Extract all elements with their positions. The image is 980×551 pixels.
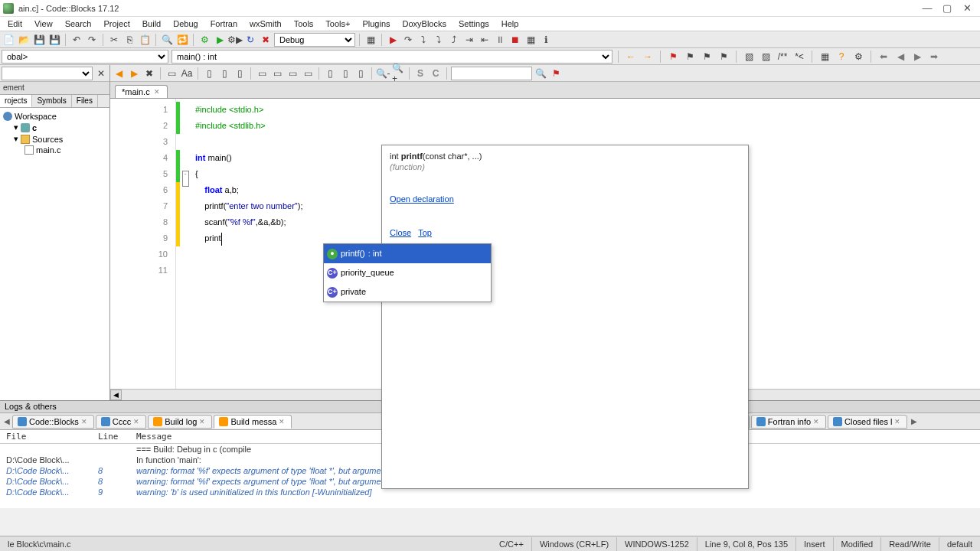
close-button[interactable]: ✕ <box>957 2 977 15</box>
find-icon[interactable]: 🔍 <box>160 33 174 47</box>
left-combo[interactable] <box>2 67 93 80</box>
next-line-icon[interactable]: ⤵ <box>416 33 430 47</box>
tooltip-close[interactable]: Close <box>390 228 411 237</box>
search-opts-icon[interactable]: ⚑ <box>549 67 563 80</box>
menu-project[interactable]: Project <box>97 18 136 30</box>
menu-tools[interactable]: Tools <box>288 18 320 30</box>
break-debug-icon[interactable]: ⏸ <box>493 33 507 47</box>
tab-close-icon[interactable]: ✕ <box>153 88 161 96</box>
tab-projects[interactable]: rojects <box>0 95 32 107</box>
c-icon[interactable]: C <box>429 67 443 80</box>
scope-combo[interactable]: obal> <box>2 50 168 64</box>
hl-next-icon[interactable]: ▶ <box>127 67 141 80</box>
cmt-icon4[interactable]: ▭ <box>301 67 315 80</box>
log-tab-close-icon[interactable]: ✕ <box>81 418 89 425</box>
paste-icon[interactable]: 📋 <box>138 33 152 47</box>
cmt-icon2[interactable]: ▭ <box>270 67 284 80</box>
log-tab-closedfilesl[interactable]: Closed files l✕ <box>828 415 907 429</box>
new-file-icon[interactable]: 📄 <box>2 33 15 47</box>
menu-settings[interactable]: Settings <box>452 18 495 30</box>
incremental-search-input[interactable] <box>451 67 532 80</box>
jump-last-icon[interactable]: ◀ <box>893 50 907 64</box>
cmt-icon1[interactable]: ▭ <box>255 67 269 80</box>
toggle-something-icon[interactable]: ▦ <box>364 33 377 47</box>
prev-bookmark-icon[interactable]: ⚑ <box>683 50 697 64</box>
maximize-button[interactable]: ▢ <box>937 2 957 15</box>
tooltip-top[interactable]: Top <box>418 228 432 237</box>
minimize-button[interactable]: — <box>917 2 937 15</box>
toggle-icon[interactable]: Aa <box>180 67 194 80</box>
cut-icon[interactable]: ✂ <box>107 33 121 47</box>
build-icon[interactable]: ⚙ <box>198 33 211 47</box>
tab-symbols[interactable]: Symbols <box>32 95 71 107</box>
zoom-out-icon[interactable]: 🔍- <box>376 67 390 80</box>
debug-start-icon[interactable]: ▶ <box>386 33 400 47</box>
scroll-left-icon[interactable]: ◀ <box>110 390 122 400</box>
block-icon2[interactable]: ▯ <box>217 67 231 80</box>
status-lang[interactable]: C/C++ <box>492 537 532 551</box>
debug-windows-icon[interactable]: ▦ <box>524 33 537 47</box>
undo-icon[interactable]: ↶ <box>70 33 83 47</box>
menu-tools[interactable]: Tools+ <box>319 18 356 30</box>
menu-doxyblocks[interactable]: DoxyBlocks <box>397 18 452 30</box>
menu-search[interactable]: Search <box>59 18 98 30</box>
col-file[interactable]: File <box>0 430 92 444</box>
hl-prev-icon[interactable]: ◀ <box>112 67 126 80</box>
menu-help[interactable]: Help <box>495 18 525 30</box>
log-tab-close-icon[interactable]: ✕ <box>199 418 207 425</box>
abort-icon[interactable]: ✖ <box>259 33 273 47</box>
redo-icon[interactable]: ↷ <box>85 33 99 47</box>
build-run-icon[interactable]: ⚙▶ <box>228 33 242 47</box>
log-tab-cccc[interactable]: Cccc✕ <box>96 415 146 429</box>
menu-debug[interactable]: Debug <box>167 18 204 30</box>
rebuild-icon[interactable]: ↻ <box>243 33 257 47</box>
tree-workspace[interactable]: Workspace <box>3 111 106 122</box>
step-into-icon[interactable]: ⤵ <box>432 33 446 47</box>
tabs-scroll-right-icon[interactable]: ▶ <box>909 417 920 425</box>
tooltip-open-decl[interactable]: Open declaration <box>390 194 736 204</box>
doxy-block-icon[interactable]: *< <box>792 50 806 64</box>
tree-project[interactable]: ▾ c <box>3 122 106 133</box>
next-instr-icon[interactable]: ⇥ <box>462 33 476 47</box>
doxy2-icon[interactable]: ▨ <box>759 50 773 64</box>
log-tab-buildmessa[interactable]: Build messa✕ <box>214 415 292 429</box>
log-tab-codeblocks[interactable]: Code::Blocks✕ <box>12 415 94 429</box>
col-line[interactable]: Line <box>92 430 130 444</box>
jump-fwd-icon[interactable]: ➡ <box>927 50 941 64</box>
hl-clear-icon[interactable]: ✖ <box>142 67 156 80</box>
log-tab-close-icon[interactable]: ✕ <box>133 418 141 425</box>
menu-plugins[interactable]: Plugins <box>356 18 396 30</box>
box-icon3[interactable]: ▯ <box>354 67 368 80</box>
search-go-icon[interactable]: 🔍 <box>534 67 547 80</box>
clear-bookmark-icon[interactable]: ⚑ <box>717 50 730 64</box>
doxy-comment-icon[interactable]: /** <box>776 50 789 64</box>
box-icon1[interactable]: ▯ <box>323 67 337 80</box>
tab-files[interactable]: Files <box>72 95 98 107</box>
copy-icon[interactable]: ⎘ <box>122 33 136 47</box>
next-bookmark-icon[interactable]: ⚑ <box>700 50 714 64</box>
log-tab-close-icon[interactable]: ✕ <box>279 418 286 425</box>
autocomplete-item[interactable]: ●printf(): int <box>324 244 491 263</box>
log-tab-buildlog[interactable]: Build log✕ <box>148 415 212 429</box>
menu-view[interactable]: View <box>28 18 59 30</box>
save-all-icon[interactable]: 💾 <box>47 33 61 47</box>
log-tab-close-icon[interactable]: ✕ <box>813 418 821 425</box>
box-icon2[interactable]: ▯ <box>338 67 352 80</box>
status-profile[interactable]: default <box>939 537 980 551</box>
stop-debug-icon[interactable]: ⏹ <box>508 33 522 47</box>
jump-back-icon[interactable]: ⬅ <box>877 50 890 64</box>
doxy-run-icon[interactable]: ▦ <box>818 50 831 64</box>
tree-sources[interactable]: ▾ Sources <box>3 133 106 145</box>
open-file-icon[interactable]: 📂 <box>17 33 31 47</box>
tabs-scroll-left-icon[interactable]: ◀ <box>2 417 12 425</box>
doxy1-icon[interactable]: ▧ <box>742 50 756 64</box>
run-icon[interactable]: ▶ <box>213 33 227 47</box>
log-tab-close-icon[interactable]: ✕ <box>894 418 902 425</box>
nav-fwd-icon[interactable]: → <box>641 50 655 64</box>
zoom-in-icon[interactable]: 🔍+ <box>391 67 405 80</box>
autocomplete-popup[interactable]: ●printf(): intC+priority_queueC+private <box>323 243 492 302</box>
status-enc[interactable]: WINDOWS-1252 <box>617 537 697 551</box>
status-ins[interactable]: Insert <box>796 537 834 551</box>
panel-close-icon[interactable]: ✕ <box>94 67 108 80</box>
nav-back-icon[interactable]: ← <box>624 50 638 64</box>
